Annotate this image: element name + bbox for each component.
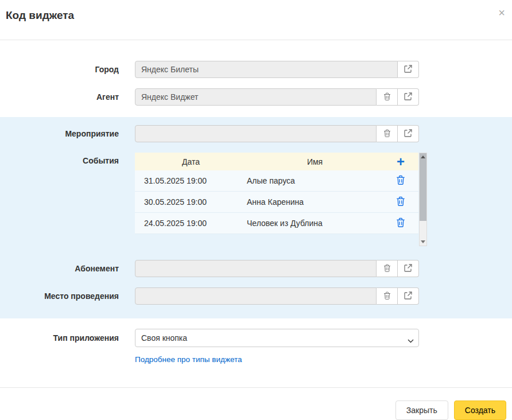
trash-icon — [396, 217, 405, 229]
agent-clear-button[interactable] — [377, 88, 398, 106]
close-icon[interactable]: × — [498, 7, 505, 18]
event-open-button[interactable] — [398, 125, 419, 142]
event-section: Мероприятие События Дата — [0, 117, 512, 318]
modal-header: Код виджета × — [0, 0, 512, 40]
session-name: Человек из Дублина — [247, 219, 383, 228]
agent-row: Агент — [0, 88, 512, 106]
table-row: 31.05.2025 19:00 Алые паруса — [135, 170, 418, 192]
app-type-label: Тип приложения — [0, 333, 135, 343]
app-type-select[interactable]: Своя кнопка — [135, 329, 419, 347]
external-link-icon — [404, 92, 412, 102]
subscription-input[interactable] — [135, 260, 377, 277]
trash-icon — [396, 196, 405, 208]
external-link-icon — [404, 65, 412, 75]
event-row: Мероприятие — [0, 125, 512, 142]
venue-row: Место проведения — [0, 287, 512, 305]
session-date: 30.05.2025 19:00 — [135, 197, 247, 207]
trash-icon — [383, 264, 391, 274]
external-link-icon — [404, 291, 412, 301]
city-row: Город — [0, 61, 512, 78]
session-name: Алые паруса — [247, 176, 383, 185]
session-date: 31.05.2025 19:00 — [135, 176, 247, 185]
create-button[interactable]: Создать — [454, 400, 506, 420]
agent-input[interactable] — [135, 88, 377, 106]
agent-open-button[interactable] — [398, 88, 419, 106]
scrollbar-up-icon[interactable] — [420, 153, 426, 161]
venue-clear-button[interactable] — [377, 287, 398, 305]
scrollbar-thumb[interactable] — [420, 153, 426, 221]
widget-form: Город Агент Мероприя — [0, 40, 512, 364]
column-header-date: Дата — [135, 157, 247, 166]
venue-label: Место проведения — [0, 291, 135, 301]
event-label: Мероприятие — [0, 129, 135, 138]
city-label: Город — [0, 65, 135, 74]
city-input[interactable] — [135, 61, 398, 78]
app-type-row: Тип приложения Своя кнопка — [0, 329, 512, 347]
session-date: 24.05.2025 19:00 — [135, 219, 247, 228]
venue-input[interactable] — [135, 287, 377, 305]
external-link-icon — [404, 264, 412, 274]
agent-label: Агент — [0, 92, 135, 102]
delete-session-button[interactable] — [396, 196, 405, 208]
trash-icon — [383, 291, 391, 301]
widget-types-link[interactable]: Подробнее про типы виджета — [135, 355, 242, 364]
sessions-label: События — [0, 153, 135, 165]
session-name: Анна Каренина — [247, 197, 383, 207]
subscription-label: Абонемент — [0, 264, 135, 273]
city-open-button[interactable] — [398, 61, 419, 78]
venue-open-button[interactable] — [398, 287, 419, 305]
delete-session-button[interactable] — [396, 217, 405, 229]
table-row: 24.05.2025 19:00 Человек из Дублина — [135, 213, 418, 234]
trash-icon — [383, 92, 391, 102]
widget-code-modal: Код виджета × Город Агент — [0, 0, 512, 420]
external-link-icon — [404, 129, 412, 139]
sessions-table-header: Дата Имя + — [135, 153, 418, 170]
modal-title: Код виджета — [6, 9, 505, 22]
sessions-scrollbar[interactable] — [419, 153, 427, 246]
trash-icon — [383, 129, 391, 139]
trash-icon — [396, 175, 405, 186]
add-session-button[interactable]: + — [397, 155, 405, 168]
event-input[interactable] — [135, 125, 377, 142]
event-clear-button[interactable] — [377, 125, 398, 142]
sessions-row: События Дата Имя + 31.05.2025 19:00 Алые… — [0, 153, 512, 246]
subscription-clear-button[interactable] — [377, 260, 398, 277]
column-header-name: Имя — [247, 157, 383, 166]
sessions-table: Дата Имя + 31.05.2025 19:00 Алые паруса … — [135, 153, 418, 246]
modal-footer: Закрыть Создать — [0, 388, 512, 420]
delete-session-button[interactable] — [396, 175, 405, 186]
close-button[interactable]: Закрыть — [395, 400, 448, 420]
subscription-row: Абонемент — [0, 260, 512, 277]
scrollbar-down-icon[interactable] — [420, 238, 426, 246]
table-row: 30.05.2025 19:00 Анна Каренина — [135, 192, 418, 213]
subscription-open-button[interactable] — [398, 260, 419, 277]
